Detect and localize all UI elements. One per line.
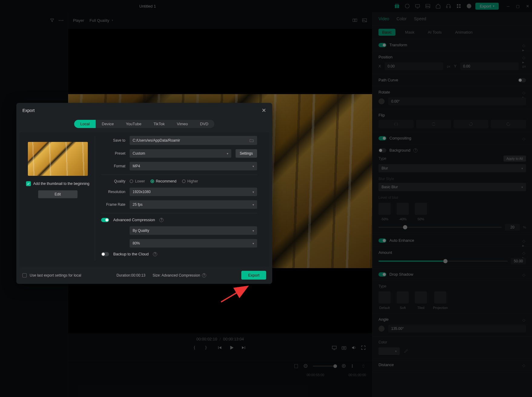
duration-text: Duration:00:00:13 [117,273,145,277]
export-tab-vimeo[interactable]: Vimeo [171,120,194,128]
preset-dropdown[interactable]: Custom▾ [130,149,231,158]
backup-toggle[interactable] [101,252,109,256]
help-icon[interactable]: ? [202,273,206,277]
export-tab-tiktok[interactable]: TikTok [147,120,171,128]
edit-button[interactable]: Edit [38,190,78,198]
export-thumbnail [28,142,88,176]
format-dropdown[interactable]: MP4▾ [130,162,257,170]
help-icon[interactable]: ? [153,252,157,256]
export-tab-dvd[interactable]: DVD [194,120,214,128]
use-last-label: Use last export settings for local [30,273,81,277]
thumbnail-checkbox[interactable] [26,181,31,186]
backup-label: Backup to the Cloud [113,252,149,256]
help-icon[interactable]: ? [159,218,164,222]
folder-icon[interactable] [249,138,254,143]
export-tab-youtube[interactable]: YouTube [120,120,147,128]
advcomp-label: Advanced Compression [113,218,155,222]
advcomp-pct-dropdown[interactable]: 80%▾ [130,239,257,248]
quality-higher-radio[interactable]: Higher [182,179,198,183]
export-dialog: Export ✕ Local Device YouTube TikTok Vim… [16,103,272,284]
use-last-settings-checkbox[interactable] [22,273,27,277]
advcomp-mode-dropdown[interactable]: By Quality▾ [130,226,257,235]
quality-lower-radio[interactable]: Lower [130,179,145,183]
close-icon[interactable]: ✕ [262,107,266,114]
framerate-dropdown[interactable]: 25 fps▾ [130,200,257,209]
export-tab-local[interactable]: Local [74,120,96,128]
resolution-dropdown[interactable]: 1920x1080▾ [130,188,257,196]
saveto-input[interactable]: C:/Users/ws/AppData/Roamir [130,136,257,145]
export-confirm-button[interactable]: Export [241,271,266,280]
quality-recommend-radio[interactable]: Recommend [150,179,177,183]
dialog-title: Export [22,108,35,113]
settings-button[interactable]: Settings [236,149,257,158]
export-tab-device[interactable]: Device [96,120,120,128]
advcomp-toggle[interactable] [101,218,109,222]
thumbnail-label: Add the thumbnail to the beginning [33,182,89,186]
size-text: Size: Advanced Compression? [153,273,206,277]
